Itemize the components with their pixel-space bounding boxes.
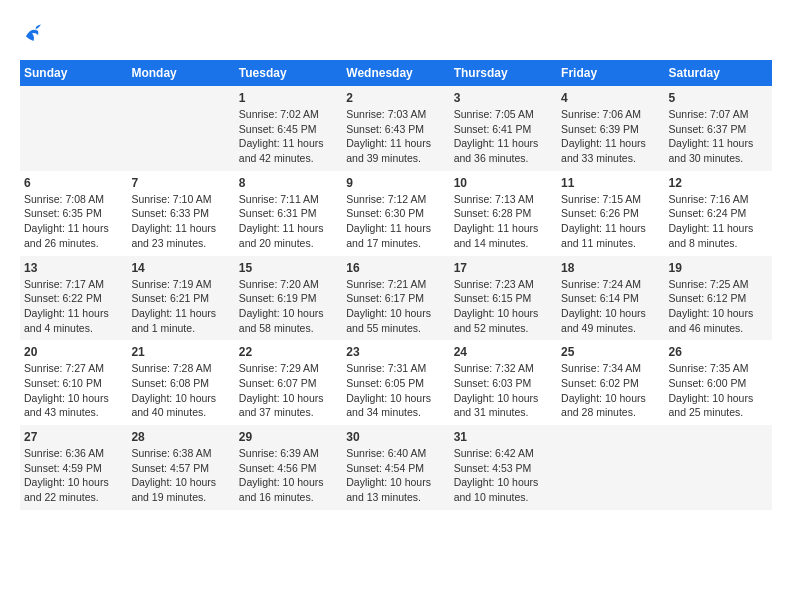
calendar-cell: 29Sunrise: 6:39 AMSunset: 4:56 PMDayligh… <box>235 425 342 510</box>
weekday-header-row: SundayMondayTuesdayWednesdayThursdayFrid… <box>20 60 772 86</box>
day-number: 12 <box>669 176 768 190</box>
calendar-cell: 23Sunrise: 7:31 AMSunset: 6:05 PMDayligh… <box>342 340 449 425</box>
week-row-4: 20Sunrise: 7:27 AMSunset: 6:10 PMDayligh… <box>20 340 772 425</box>
day-number: 15 <box>239 261 338 275</box>
day-number: 11 <box>561 176 660 190</box>
calendar-cell: 4Sunrise: 7:06 AMSunset: 6:39 PMDaylight… <box>557 86 664 171</box>
week-row-2: 6Sunrise: 7:08 AMSunset: 6:35 PMDaylight… <box>20 171 772 256</box>
calendar-cell: 2Sunrise: 7:03 AMSunset: 6:43 PMDaylight… <box>342 86 449 171</box>
day-number: 4 <box>561 91 660 105</box>
day-number: 24 <box>454 345 553 359</box>
calendar-cell: 30Sunrise: 6:40 AMSunset: 4:54 PMDayligh… <box>342 425 449 510</box>
day-info: Sunrise: 7:03 AMSunset: 6:43 PMDaylight:… <box>346 107 445 166</box>
calendar-cell: 25Sunrise: 7:34 AMSunset: 6:02 PMDayligh… <box>557 340 664 425</box>
day-number: 31 <box>454 430 553 444</box>
day-number: 27 <box>24 430 123 444</box>
day-info: Sunrise: 7:21 AMSunset: 6:17 PMDaylight:… <box>346 277 445 336</box>
day-number: 28 <box>131 430 230 444</box>
calendar-cell: 18Sunrise: 7:24 AMSunset: 6:14 PMDayligh… <box>557 256 664 341</box>
calendar-cell <box>20 86 127 171</box>
calendar-cell: 19Sunrise: 7:25 AMSunset: 6:12 PMDayligh… <box>665 256 772 341</box>
calendar-cell: 10Sunrise: 7:13 AMSunset: 6:28 PMDayligh… <box>450 171 557 256</box>
day-info: Sunrise: 7:34 AMSunset: 6:02 PMDaylight:… <box>561 361 660 420</box>
calendar-cell: 6Sunrise: 7:08 AMSunset: 6:35 PMDaylight… <box>20 171 127 256</box>
day-number: 10 <box>454 176 553 190</box>
day-number: 21 <box>131 345 230 359</box>
day-number: 30 <box>346 430 445 444</box>
weekday-header-thursday: Thursday <box>450 60 557 86</box>
day-number: 29 <box>239 430 338 444</box>
day-number: 8 <box>239 176 338 190</box>
week-row-1: 1Sunrise: 7:02 AMSunset: 6:45 PMDaylight… <box>20 86 772 171</box>
day-info: Sunrise: 7:31 AMSunset: 6:05 PMDaylight:… <box>346 361 445 420</box>
day-info: Sunrise: 7:23 AMSunset: 6:15 PMDaylight:… <box>454 277 553 336</box>
day-number: 18 <box>561 261 660 275</box>
day-info: Sunrise: 7:07 AMSunset: 6:37 PMDaylight:… <box>669 107 768 166</box>
day-info: Sunrise: 7:29 AMSunset: 6:07 PMDaylight:… <box>239 361 338 420</box>
calendar-cell: 14Sunrise: 7:19 AMSunset: 6:21 PMDayligh… <box>127 256 234 341</box>
logo-icon <box>20 20 50 50</box>
day-number: 26 <box>669 345 768 359</box>
day-number: 7 <box>131 176 230 190</box>
day-info: Sunrise: 7:08 AMSunset: 6:35 PMDaylight:… <box>24 192 123 251</box>
day-number: 14 <box>131 261 230 275</box>
calendar-cell: 16Sunrise: 7:21 AMSunset: 6:17 PMDayligh… <box>342 256 449 341</box>
weekday-header-friday: Friday <box>557 60 664 86</box>
day-number: 19 <box>669 261 768 275</box>
day-info: Sunrise: 6:42 AMSunset: 4:53 PMDaylight:… <box>454 446 553 505</box>
day-info: Sunrise: 7:19 AMSunset: 6:21 PMDaylight:… <box>131 277 230 336</box>
day-info: Sunrise: 7:28 AMSunset: 6:08 PMDaylight:… <box>131 361 230 420</box>
calendar-cell: 5Sunrise: 7:07 AMSunset: 6:37 PMDaylight… <box>665 86 772 171</box>
day-info: Sunrise: 7:17 AMSunset: 6:22 PMDaylight:… <box>24 277 123 336</box>
calendar-cell: 12Sunrise: 7:16 AMSunset: 6:24 PMDayligh… <box>665 171 772 256</box>
calendar-cell <box>557 425 664 510</box>
calendar-cell: 13Sunrise: 7:17 AMSunset: 6:22 PMDayligh… <box>20 256 127 341</box>
calendar-cell: 11Sunrise: 7:15 AMSunset: 6:26 PMDayligh… <box>557 171 664 256</box>
day-number: 3 <box>454 91 553 105</box>
day-number: 20 <box>24 345 123 359</box>
day-number: 1 <box>239 91 338 105</box>
calendar-cell: 7Sunrise: 7:10 AMSunset: 6:33 PMDaylight… <box>127 171 234 256</box>
day-number: 9 <box>346 176 445 190</box>
calendar-table: SundayMondayTuesdayWednesdayThursdayFrid… <box>20 60 772 510</box>
day-number: 5 <box>669 91 768 105</box>
calendar-cell <box>127 86 234 171</box>
weekday-header-saturday: Saturday <box>665 60 772 86</box>
day-number: 23 <box>346 345 445 359</box>
calendar-cell: 17Sunrise: 7:23 AMSunset: 6:15 PMDayligh… <box>450 256 557 341</box>
day-info: Sunrise: 7:32 AMSunset: 6:03 PMDaylight:… <box>454 361 553 420</box>
calendar-cell: 27Sunrise: 6:36 AMSunset: 4:59 PMDayligh… <box>20 425 127 510</box>
day-info: Sunrise: 6:36 AMSunset: 4:59 PMDaylight:… <box>24 446 123 505</box>
day-info: Sunrise: 7:25 AMSunset: 6:12 PMDaylight:… <box>669 277 768 336</box>
day-number: 22 <box>239 345 338 359</box>
day-info: Sunrise: 6:40 AMSunset: 4:54 PMDaylight:… <box>346 446 445 505</box>
page-header <box>20 20 772 50</box>
day-info: Sunrise: 6:38 AMSunset: 4:57 PMDaylight:… <box>131 446 230 505</box>
day-number: 25 <box>561 345 660 359</box>
week-row-5: 27Sunrise: 6:36 AMSunset: 4:59 PMDayligh… <box>20 425 772 510</box>
calendar-cell: 8Sunrise: 7:11 AMSunset: 6:31 PMDaylight… <box>235 171 342 256</box>
week-row-3: 13Sunrise: 7:17 AMSunset: 6:22 PMDayligh… <box>20 256 772 341</box>
day-info: Sunrise: 7:11 AMSunset: 6:31 PMDaylight:… <box>239 192 338 251</box>
day-info: Sunrise: 7:13 AMSunset: 6:28 PMDaylight:… <box>454 192 553 251</box>
calendar-cell: 3Sunrise: 7:05 AMSunset: 6:41 PMDaylight… <box>450 86 557 171</box>
day-number: 17 <box>454 261 553 275</box>
day-info: Sunrise: 7:02 AMSunset: 6:45 PMDaylight:… <box>239 107 338 166</box>
calendar-cell: 1Sunrise: 7:02 AMSunset: 6:45 PMDaylight… <box>235 86 342 171</box>
calendar-cell: 15Sunrise: 7:20 AMSunset: 6:19 PMDayligh… <box>235 256 342 341</box>
day-info: Sunrise: 7:12 AMSunset: 6:30 PMDaylight:… <box>346 192 445 251</box>
day-info: Sunrise: 7:10 AMSunset: 6:33 PMDaylight:… <box>131 192 230 251</box>
calendar-cell: 26Sunrise: 7:35 AMSunset: 6:00 PMDayligh… <box>665 340 772 425</box>
day-info: Sunrise: 7:05 AMSunset: 6:41 PMDaylight:… <box>454 107 553 166</box>
day-number: 16 <box>346 261 445 275</box>
weekday-header-monday: Monday <box>127 60 234 86</box>
weekday-header-tuesday: Tuesday <box>235 60 342 86</box>
logo <box>20 20 54 50</box>
calendar-cell: 20Sunrise: 7:27 AMSunset: 6:10 PMDayligh… <box>20 340 127 425</box>
day-number: 6 <box>24 176 123 190</box>
weekday-header-sunday: Sunday <box>20 60 127 86</box>
calendar-cell <box>665 425 772 510</box>
calendar-cell: 24Sunrise: 7:32 AMSunset: 6:03 PMDayligh… <box>450 340 557 425</box>
day-info: Sunrise: 7:20 AMSunset: 6:19 PMDaylight:… <box>239 277 338 336</box>
day-info: Sunrise: 7:27 AMSunset: 6:10 PMDaylight:… <box>24 361 123 420</box>
